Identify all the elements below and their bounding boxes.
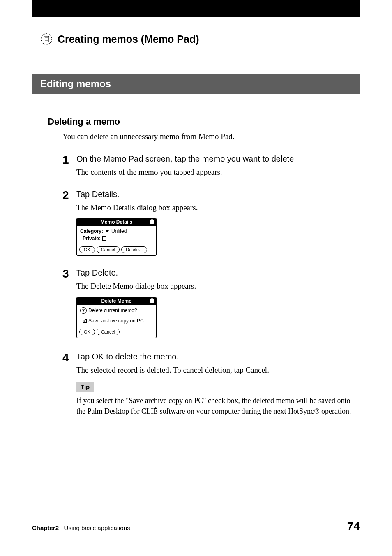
intro-text: You can delete an unnecessary memo from … — [62, 132, 360, 141]
ok-button: OK — [79, 329, 95, 335]
question-icon: ? — [80, 307, 87, 314]
step: 3 Tap Delete. The Delete Memo dialog box… — [62, 268, 360, 338]
step-desc: The selected record is deleted. To cance… — [76, 365, 360, 376]
private-checkbox — [102, 236, 106, 241]
step-number: 3 — [62, 268, 76, 338]
category-row: Category: Unfiled — [80, 228, 153, 234]
step-number: 2 — [62, 190, 76, 256]
page-number: 74 — [347, 520, 360, 533]
category-value: Unfiled — [111, 228, 127, 234]
page-footer: Chapter2 Using basic applications 74 — [32, 514, 360, 533]
subheading: Deleting a memo — [48, 116, 360, 127]
step: 1 On the Memo Pad screen, tap the memo y… — [62, 154, 360, 178]
memo-pad-icon — [40, 33, 53, 45]
step-number: 1 — [62, 154, 76, 178]
step-desc: The Delete Memo dialog box appears. — [76, 281, 360, 292]
svg-text:i: i — [152, 299, 153, 303]
dialog-title-text: Memo Details — [101, 219, 132, 225]
private-label: Private: — [83, 236, 101, 241]
step-desc: The Memo Details dialog box appears. — [76, 202, 360, 213]
page-title-row: Creating memos (Memo Pad) — [40, 33, 360, 45]
question-row: ? Delete current memo? — [80, 307, 153, 314]
memo-details-dialog: Memo Details i Category: Unfiled Private… — [76, 218, 157, 256]
archive-row: Save archive copy on PC — [80, 318, 153, 324]
tip-label: Tip — [76, 382, 94, 392]
delete-button: Delete... — [121, 246, 147, 253]
footer-chapter-text: Using basic applications — [64, 524, 130, 531]
step-desc: The contents of the memo you tapped appe… — [76, 167, 360, 178]
page-title: Creating memos (Memo Pad) — [58, 33, 199, 45]
private-row: Private: — [80, 236, 153, 241]
ok-button: OK — [79, 246, 95, 253]
top-black-bar — [32, 0, 360, 17]
dialog-title: Delete Memo i — [77, 297, 156, 305]
cancel-button: Cancel — [97, 329, 120, 335]
svg-text:i: i — [152, 220, 153, 224]
cancel-button: Cancel — [97, 246, 120, 253]
archive-label: Save archive copy on PC — [88, 318, 144, 324]
step-title: On the Memo Pad screen, tap the memo you… — [76, 154, 360, 164]
category-label: Category: — [80, 228, 103, 234]
step: 4 Tap OK to delete the memo. The selecte… — [62, 352, 360, 417]
footer-chapter: Chapter2 — [32, 524, 59, 531]
section-heading: Editing memos — [32, 74, 360, 94]
step: 2 Tap Details. The Memo Details dialog b… — [62, 190, 360, 256]
info-icon: i — [149, 219, 155, 225]
step-title: Tap OK to delete the memo. — [76, 352, 360, 361]
archive-checkbox — [83, 319, 87, 323]
step-number: 4 — [62, 352, 76, 417]
tip-text: If you select the "Save archive copy on … — [76, 396, 360, 416]
content: Deleting a memo You can delete an unnece… — [32, 116, 360, 417]
info-icon: i — [149, 298, 155, 303]
footer-left: Chapter2 Using basic applications — [32, 524, 130, 531]
dialog-title-text: Delete Memo — [101, 298, 131, 304]
step-title: Tap Details. — [76, 190, 360, 199]
dropdown-arrow-icon — [106, 230, 109, 232]
dialog-title: Memo Details i — [77, 218, 156, 226]
question-text: Delete current memo? — [88, 308, 137, 313]
delete-memo-dialog: Delete Memo i ? Delete current memo? Sav… — [76, 297, 157, 338]
step-title: Tap Delete. — [76, 268, 360, 278]
